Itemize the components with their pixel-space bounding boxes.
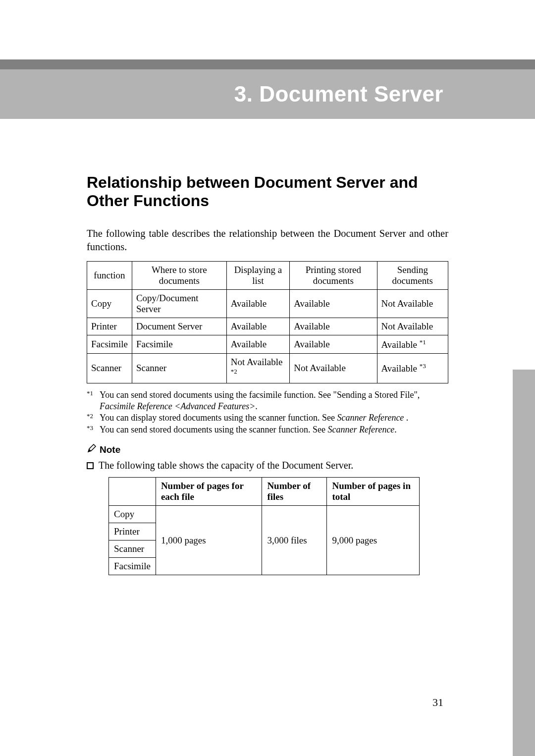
cell: Available bbox=[226, 289, 289, 318]
cell: Available bbox=[290, 335, 377, 353]
footnote-text: You can send stored documents using the … bbox=[100, 424, 448, 435]
cell: Available bbox=[226, 318, 289, 335]
col-display: Displaying a list bbox=[226, 261, 289, 289]
footnote-marker: *2 bbox=[87, 412, 100, 424]
relationship-table: function Where to store documents Displa… bbox=[87, 261, 448, 383]
note-bullet-text: The following table shows the capacity o… bbox=[99, 460, 353, 471]
cell-text: Available bbox=[381, 339, 420, 350]
cell: Facsimile bbox=[109, 558, 156, 575]
footnote-ref: *2 bbox=[231, 368, 237, 375]
table-row: Scanner Scanner Not Available *2 Not Ava… bbox=[87, 354, 448, 383]
note-heading: Note bbox=[87, 443, 448, 456]
footnote-ref: *1 bbox=[420, 338, 426, 346]
cell: Not Available bbox=[290, 354, 377, 383]
cell: Not Available bbox=[377, 318, 448, 335]
footnote: *1 You can send stored documents using t… bbox=[87, 389, 448, 413]
page-content: Relationship between Document Server and… bbox=[87, 173, 448, 575]
cell: Not Available bbox=[377, 289, 448, 318]
cell: Available *1 bbox=[377, 335, 448, 353]
header-thin-bar bbox=[0, 59, 535, 69]
cell: Printer bbox=[87, 318, 132, 335]
col-blank bbox=[109, 478, 156, 506]
col-pages-each: Number of pages for each file bbox=[156, 478, 262, 506]
chapter-title: 3. Document Server bbox=[234, 82, 443, 107]
cell-text: Not Available bbox=[231, 357, 283, 367]
col-print: Printing stored documents bbox=[290, 261, 377, 289]
cell: Document Server bbox=[132, 318, 226, 335]
cell: Available bbox=[290, 318, 377, 335]
col-function: function bbox=[87, 261, 132, 289]
cell: 1,000 pages bbox=[156, 506, 262, 575]
footnote: *2 You can display stored documents usin… bbox=[87, 412, 448, 424]
cell: Copy bbox=[87, 289, 132, 318]
cell: Available *3 bbox=[377, 354, 448, 383]
pencil-icon bbox=[87, 443, 97, 456]
section-heading: Relationship between Document Server and… bbox=[87, 173, 448, 210]
footnote-ref: *3 bbox=[420, 362, 426, 370]
cell: 3,000 files bbox=[262, 506, 327, 575]
table-header-row: function Where to store documents Displa… bbox=[87, 261, 448, 289]
footnote-marker: *3 bbox=[87, 424, 100, 435]
checkbox-icon bbox=[87, 462, 94, 469]
cell: Facsimile bbox=[132, 335, 226, 353]
intro-paragraph: The following table describes the relati… bbox=[87, 227, 448, 254]
col-where: Where to store documents bbox=[132, 261, 226, 289]
cell: Available bbox=[290, 289, 377, 318]
footnote-text: You can display stored documents using t… bbox=[100, 412, 448, 424]
cell: Scanner bbox=[132, 354, 226, 383]
footnotes-block: *1 You can send stored documents using t… bbox=[87, 389, 448, 436]
cell: Scanner bbox=[87, 354, 132, 383]
table-row: Copy 1,000 pages 3,000 files 9,000 pages bbox=[109, 506, 420, 523]
thumb-tab bbox=[513, 370, 535, 756]
note-bullet: The following table shows the capacity o… bbox=[87, 460, 448, 471]
table-row: Facsimile Facsimile Available Available … bbox=[87, 335, 448, 353]
table-header-row: Number of pages for each file Number of … bbox=[109, 478, 420, 506]
footnote-text: You can send stored documents using the … bbox=[100, 389, 448, 413]
cell: Copy/Document Server bbox=[132, 289, 226, 318]
chapter-banner: 3. Document Server bbox=[0, 69, 535, 119]
cell: 9,000 pages bbox=[327, 506, 419, 575]
col-files: Number of files bbox=[262, 478, 327, 506]
table-row: Copy Copy/Document Server Available Avai… bbox=[87, 289, 448, 318]
cell: Facsimile bbox=[87, 335, 132, 353]
cell-text: Available bbox=[381, 364, 420, 374]
table-row: Printer Document Server Available Availa… bbox=[87, 318, 448, 335]
cell: Scanner bbox=[109, 540, 156, 558]
cell: Available bbox=[226, 335, 289, 353]
col-pages-total: Number of pages in total bbox=[327, 478, 419, 506]
capacity-table: Number of pages for each file Number of … bbox=[108, 477, 420, 575]
footnote: *3 You can send stored documents using t… bbox=[87, 424, 448, 435]
cell: Not Available *2 bbox=[226, 354, 289, 383]
page-number: 31 bbox=[432, 696, 443, 709]
cell: Copy bbox=[109, 506, 156, 523]
footnote-marker: *1 bbox=[87, 389, 100, 413]
col-send: Sending documents bbox=[377, 261, 448, 289]
note-label-text: Note bbox=[100, 444, 120, 455]
cell: Printer bbox=[109, 523, 156, 540]
